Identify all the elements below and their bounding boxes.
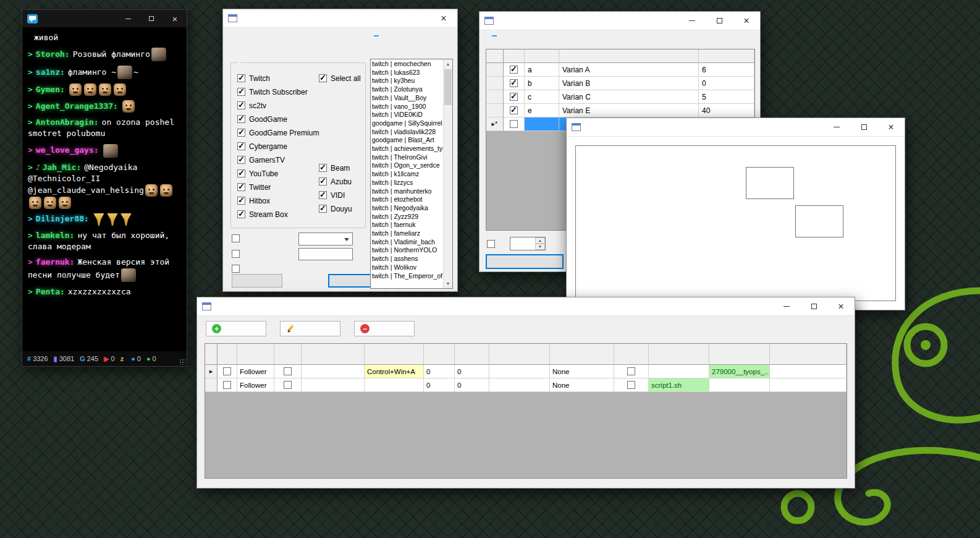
rank-combobox[interactable]: [298, 233, 353, 246]
site-checkbox-row[interactable]: GoodGame: [237, 115, 319, 123]
member-list-item[interactable]: twitch | lukas623: [372, 69, 452, 77]
hotkey-cell[interactable]: [365, 378, 424, 392]
maximize-button[interactable]: [140, 10, 163, 27]
member-list-item[interactable]: twitch | lizzycs: [372, 179, 452, 187]
member-list-item[interactable]: twitch | fameliarz: [372, 229, 452, 238]
site-checkbox-row[interactable]: GamersTV: [237, 156, 319, 164]
maximize-button[interactable]: [706, 12, 733, 30]
rank-checkbox[interactable]: [232, 234, 240, 242]
site-checkbox-row[interactable]: Beam: [319, 164, 361, 172]
close-icon[interactable]: [827, 297, 855, 315]
spinner-down-icon[interactable]: [535, 244, 545, 250]
only-sub-checkbox[interactable]: [284, 367, 292, 375]
member-list-item[interactable]: twitch | manhunterko: [372, 187, 452, 196]
keep-pressed-checkbox[interactable]: [627, 367, 635, 375]
script-cell[interactable]: script1.sh: [649, 378, 709, 392]
keyword-checkbox[interactable]: [232, 250, 240, 258]
column-header-type[interactable]: [237, 344, 274, 365]
edit-button[interactable]: [280, 321, 340, 336]
alert-cell[interactable]: [770, 378, 847, 392]
min-donate-cell[interactable]: 0: [424, 365, 455, 378]
scroll-down-icon[interactable]: [444, 279, 452, 288]
grid-corner-cell[interactable]: [486, 49, 504, 63]
table-row[interactable]: Follower 0 0 None script1.sh: [205, 378, 847, 392]
member-list-item[interactable]: twitch | NorthernYOLO: [372, 246, 452, 255]
column-header-script[interactable]: [649, 344, 709, 365]
minimize-button[interactable]: [773, 297, 800, 315]
site-checkbox-row[interactable]: GoodGame Premium: [237, 129, 319, 137]
site-checkbox-row[interactable]: VIDI: [319, 191, 361, 199]
spinner-up-icon[interactable]: [535, 237, 545, 244]
keep-pressed-cell[interactable]: [614, 378, 649, 392]
key-cell[interactable]: [525, 117, 559, 131]
member-list-item[interactable]: twitch | Zolotunya: [372, 85, 452, 94]
minimize-button[interactable]: [116, 10, 140, 27]
member-list-item[interactable]: twitch | Wolikov: [372, 263, 452, 272]
title-contains-cell[interactable]: [489, 378, 550, 392]
table-row[interactable]: a Varian A 6: [486, 63, 754, 77]
column-header-result[interactable]: [699, 49, 754, 63]
key-cell[interactable]: a: [525, 63, 559, 77]
site-checkbox[interactable]: [237, 88, 245, 96]
chat-text-cell[interactable]: [302, 365, 365, 378]
scrollbar-thumb[interactable]: [444, 69, 452, 105]
site-checkbox-row[interactable]: Twitter: [237, 183, 319, 191]
column-header-only-sub[interactable]: [274, 344, 302, 365]
key-cell[interactable]: b: [525, 77, 559, 90]
site-checkbox[interactable]: [319, 177, 327, 186]
maximize-button[interactable]: [800, 297, 827, 315]
member-list-item[interactable]: twitch | emochechen: [372, 60, 452, 69]
result-cell[interactable]: 6: [699, 63, 754, 77]
close-icon[interactable]: [733, 12, 760, 30]
members-listbox[interactable]: twitch | emochechen twitch | lukas623 tw…: [370, 59, 453, 289]
keep-pressed-cell[interactable]: [614, 365, 649, 378]
add-button[interactable]: +: [206, 321, 266, 336]
maximize-button[interactable]: [850, 118, 877, 136]
active-checkbox-cell[interactable]: [504, 63, 525, 77]
member-list-item[interactable]: twitch | ViDE0KiD: [372, 111, 452, 119]
active-checkbox[interactable]: [223, 367, 231, 375]
voting-chart-titlebar[interactable]: [567, 118, 905, 137]
column-header-keep-pressed[interactable]: [614, 344, 649, 365]
active-checkbox-cell[interactable]: [218, 365, 237, 378]
site-checkbox-row[interactable]: Twitch: [237, 74, 319, 82]
site-checkbox[interactable]: [237, 210, 245, 218]
remote-titlebar[interactable]: [197, 297, 855, 316]
table-row[interactable]: c Varian C 5: [486, 90, 754, 104]
column-header-alert[interactable]: [770, 344, 847, 365]
site-checkbox-row[interactable]: YouTube: [237, 169, 319, 177]
column-header-hotkey[interactable]: [365, 344, 424, 365]
resize-grip-icon[interactable]: [179, 359, 185, 365]
table-row[interactable]: b Varian B 0: [486, 77, 754, 90]
active-checkbox[interactable]: [510, 66, 518, 74]
column-header-sound[interactable]: [709, 344, 770, 365]
minimize-button[interactable]: [823, 118, 850, 136]
result-cell[interactable]: 0: [699, 77, 754, 90]
variant-cell[interactable]: Varian A: [559, 63, 699, 77]
close-icon[interactable]: [163, 10, 187, 27]
row-header-cell[interactable]: [486, 77, 504, 90]
key-cell[interactable]: None: [550, 378, 614, 392]
active-checkbox[interactable]: [510, 93, 518, 101]
minimize-button[interactable]: [678, 12, 706, 30]
member-list-item[interactable]: twitch | Zyzz929: [372, 213, 452, 221]
member-list-item[interactable]: twitch | vladislavlik228: [372, 128, 452, 137]
type-cell[interactable]: Follower: [237, 378, 274, 392]
chat-titlebar[interactable]: [22, 10, 187, 27]
site-checkbox-row[interactable]: Azubu: [319, 177, 361, 186]
variant-cell[interactable]: Varian C: [559, 90, 699, 104]
row-header-cell[interactable]: [486, 63, 504, 77]
keyword-input[interactable]: [298, 248, 353, 260]
row-header-cell[interactable]: ▸*: [486, 117, 504, 131]
site-checkbox[interactable]: [237, 115, 245, 123]
max-donate-cell[interactable]: 0: [455, 378, 489, 392]
column-header-max-donate[interactable]: [455, 344, 489, 365]
site-checkbox-row[interactable]: Cybergame: [237, 142, 319, 150]
member-list-item[interactable]: twitch | Ogon_v_serdce: [372, 161, 452, 170]
active-checkbox-cell[interactable]: [504, 90, 525, 104]
site-checkbox-row[interactable]: Select all: [319, 74, 361, 82]
variant-cell[interactable]: Varian E: [559, 104, 699, 117]
only-sub-checkbox[interactable]: [284, 381, 292, 389]
members-scrollbar[interactable]: [443, 59, 452, 288]
active-checkbox[interactable]: [223, 381, 231, 389]
